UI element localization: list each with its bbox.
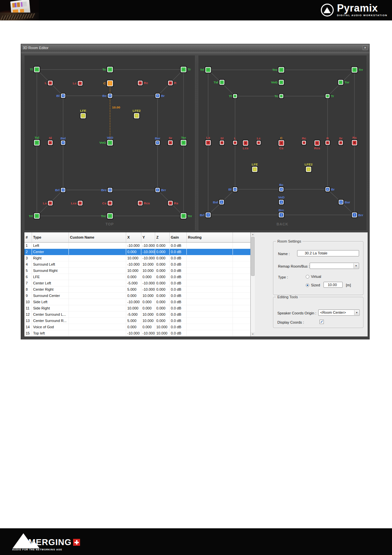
virtual-label[interactable]: Virtual [311, 275, 321, 278]
speaker-sr[interactable]: Sr [338, 136, 343, 145]
chevron-down-icon[interactable]: ▼ [353, 263, 358, 268]
speaker-lfe[interactable]: LFE [252, 162, 258, 172]
speaker-sr[interactable]: Sr [168, 136, 173, 145]
top-view-canvas[interactable]: 10.00TlTcTrLLcCRcRBlBcBrLFELFE2TslSlBslV… [24, 55, 195, 231]
speaker-bl[interactable]: Bl [228, 187, 238, 192]
back-view-panel[interactable]: TrlTrcTrrTslVoGTsrTlTcTrLsSlLLcsLcCsCRcR… [198, 55, 367, 231]
table-row[interactable]: 5Surround Right10.00010.0000.0000.0 dB [24, 268, 251, 274]
column-header-y[interactable]: Y [141, 232, 155, 243]
back-view-canvas[interactable]: TrlTrcTrrTslVoGTsrTlTcTrLsSlLLcsLcCsCRcR… [198, 55, 367, 231]
table-row[interactable]: 6LFE0.0000.0000.0000.0 dB [24, 274, 251, 280]
speaker-trc[interactable]: Trc [101, 213, 113, 219]
speaker-trr[interactable]: Trr [351, 67, 363, 73]
table-row[interactable]: 15Top left-10.000-10.00010.0000.0 dB [24, 330, 251, 336]
speaker-bl[interactable]: Bl [56, 93, 66, 98]
sized-label[interactable]: Sized [311, 283, 320, 287]
speaker-r[interactable]: R [168, 80, 176, 86]
table-row[interactable]: 2Center0.000-10.0000.0000.0 dB [24, 249, 251, 255]
speaker-rcs[interactable]: Rcs [314, 140, 320, 150]
speaker-l[interactable]: L [45, 80, 53, 86]
speaker-ls[interactable]: Ls [43, 200, 53, 206]
speaker-r[interactable]: R [325, 136, 330, 145]
speaker-sl[interactable]: Sl [48, 136, 53, 145]
speaker-c[interactable]: C [103, 80, 113, 87]
dialog-titlebar[interactable]: 3D Room Editor ✕ [21, 44, 369, 51]
room-name-input[interactable]: 30.2 La Totale [297, 250, 359, 256]
chevron-down-icon[interactable]: ▼ [354, 310, 359, 315]
column-header-custom-name[interactable]: Custom Name [69, 232, 126, 243]
column-header-z[interactable]: Z [155, 232, 169, 243]
table-row[interactable]: 11Side Right10.0000.0000.0000.0 dB [24, 305, 251, 311]
table-row[interactable]: 10Side Left-10.0000.0000.0000.0 dB [24, 299, 251, 305]
speaker-trc[interactable]: Trc [272, 67, 285, 73]
column-header-gain[interactable]: Gain [169, 232, 186, 243]
speaker-lfe[interactable]: LFE [80, 109, 86, 119]
scroll-up-icon[interactable]: ▲ [251, 232, 255, 237]
speaker-brr[interactable]: Brr [352, 212, 363, 218]
speaker-coords-origin-select[interactable]: <Room Center> ▼ [318, 309, 360, 316]
speaker-rc[interactable]: Rc [302, 136, 306, 145]
speaker-bc[interactable]: Bc [102, 93, 113, 98]
speaker-cs[interactable]: CsC [278, 136, 285, 150]
column-header-x[interactable]: X [126, 232, 141, 243]
speaker-trl[interactable]: Trl [200, 67, 211, 73]
speaker-tl[interactable]: Tl [229, 94, 238, 99]
remap-room-bus-select[interactable]: ▼ [310, 263, 359, 269]
speaker-tr[interactable]: Tr [181, 66, 191, 73]
speaker-brc[interactable]: Brc [279, 208, 284, 218]
table-scrollbar[interactable]: ▲ ▼ [251, 232, 255, 336]
speaker-trl[interactable]: Trl [29, 213, 40, 219]
speaker-tc[interactable]: Tc [102, 66, 113, 73]
table-row[interactable]: 13Center Surround R...5.00010.0000.0000.… [24, 318, 251, 324]
speaker-vog[interactable]: VoG [271, 79, 284, 85]
speaker-tr[interactable]: Tr [325, 94, 334, 99]
speaker-lcs[interactable]: Lcs [71, 200, 83, 206]
speaker-cs[interactable]: Cs [102, 200, 113, 206]
speaker-lc[interactable]: Lc [256, 136, 261, 145]
speaker-tsr[interactable]: Tsr [181, 136, 187, 146]
speaker-ls[interactable]: Ls [205, 136, 211, 146]
speaker-bsr[interactable]: Bsr [155, 136, 160, 145]
speaker-tsr[interactable]: Tsr [338, 79, 350, 85]
speaker-rs[interactable]: Rs [168, 200, 178, 206]
scroll-down-icon[interactable]: ▼ [251, 332, 255, 336]
table-row[interactable]: 7Center Left-5.000-10.0000.0000.0 dB [24, 280, 251, 286]
speaker-tl[interactable]: Tl [30, 66, 40, 73]
display-coords-checkbox[interactable]: ✓ [320, 320, 324, 324]
speaker-vod[interactable]: VoD [278, 195, 284, 205]
speaker-tsl[interactable]: Tsl [214, 79, 225, 85]
top-view-panel[interactable]: 10.00TlTcTrLLcCRcRBlBcBrLFELFE2TslSlBslV… [24, 55, 195, 231]
speaker-sl[interactable]: Sl [219, 136, 224, 145]
column-header-filler[interactable] [233, 232, 251, 243]
speaker-lfe2[interactable]: LFE2 [133, 109, 141, 119]
table-row[interactable]: 16Top Center0.000-10.00010.0000.0 dB [24, 336, 251, 337]
sized-radio[interactable] [306, 283, 309, 287]
speaker-lfe2[interactable]: LFE2 [305, 162, 313, 172]
speaker-vog[interactable]: VoGVoD [99, 136, 113, 146]
speaker-rc[interactable]: Rc [138, 80, 148, 86]
speaker-rs[interactable]: Rs [351, 136, 357, 146]
speaker-trr[interactable]: Trr [181, 213, 192, 219]
speaker-tsl[interactable]: Tsl [34, 136, 40, 146]
column-header-routing[interactable]: Routing [186, 232, 233, 243]
room-size-input[interactable]: 10.00 [323, 282, 343, 288]
speaker-bsr[interactable]: Bsr [338, 199, 350, 205]
speaker-bsl[interactable]: Bsl [213, 199, 224, 205]
speaker-br[interactable]: Br [325, 187, 335, 192]
close-icon[interactable]: ✕ [363, 45, 368, 50]
speaker-tc[interactable]: Tc [274, 94, 284, 99]
table-row[interactable]: 9Surround Center0.00010.0000.0000.0 dB [24, 293, 251, 299]
scrollbar-thumb[interactable] [251, 237, 255, 276]
speaker-brr[interactable]: Brr [155, 188, 166, 192]
speaker-brl[interactable]: Brl [55, 188, 66, 192]
speaker-lcs[interactable]: Lcs [242, 140, 248, 150]
table-row[interactable]: 4Surround Left-10.00010.0000.0000.0 dB [24, 261, 251, 268]
speaker-lc[interactable]: Lc [73, 81, 83, 86]
speaker-brl[interactable]: Brl [200, 212, 211, 218]
table-row[interactable]: 3Right10.000-10.0000.0000.0 dB [24, 255, 251, 261]
table-row[interactable]: 8Center Right5.000-10.0000.0000.0 dB [24, 286, 251, 293]
table-row[interactable]: 12Center Surround L...-5.00010.0000.0000… [24, 311, 251, 318]
table-row[interactable]: 1Left-10.000-10.0000.0000.0 dB [24, 243, 251, 249]
speaker-br[interactable]: Br [155, 93, 165, 98]
speaker-rcs[interactable]: Rcs [138, 200, 150, 206]
